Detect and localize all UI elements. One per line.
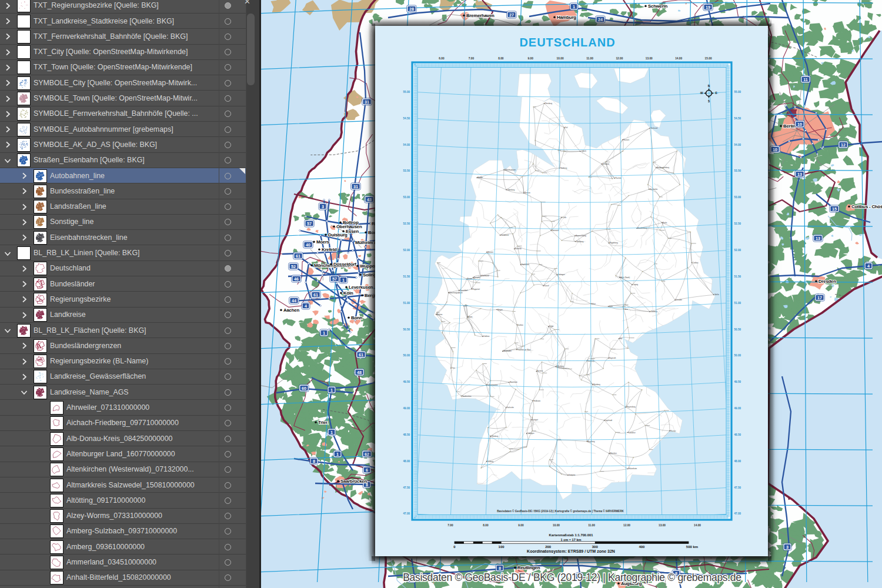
svg-text:54.00: 54.00 (734, 143, 741, 146)
svg-text:200: 200 (545, 545, 552, 549)
svg-text:49.00: 49.00 (734, 407, 741, 410)
svg-text:Heilbronn: Heilbronn (533, 400, 540, 402)
svg-text:Saarbrücken: Saarbrücken (462, 395, 472, 397)
svg-text:Offenburg: Offenburg (491, 435, 499, 437)
svg-text:Bottrop: Bottrop (343, 220, 359, 225)
svg-text:55.00: 55.00 (734, 91, 741, 93)
svg-text:Trier: Trier (318, 420, 328, 425)
svg-text:11.00: 11.00 (588, 524, 595, 527)
svg-text:1: 1 (330, 430, 333, 435)
svg-text:100: 100 (499, 545, 505, 549)
svg-text:7.00: 7.00 (469, 57, 475, 60)
svg-text:Moers: Moers (316, 239, 330, 245)
svg-text:Bayreuth: Bayreuth (609, 357, 616, 359)
svg-text:Berlin: Berlin (663, 222, 667, 224)
svg-text:500 km: 500 km (686, 545, 698, 549)
svg-text:9.00: 9.00 (518, 524, 524, 527)
svg-text:52.50: 52.50 (734, 222, 741, 225)
svg-text:Bremerhaven: Bremerhaven (466, 13, 495, 18)
svg-text:47.50: 47.50 (734, 486, 741, 489)
svg-text:W: W (700, 92, 703, 95)
svg-text:60: 60 (302, 386, 306, 391)
svg-text:Neubrandenburg: Neubrandenburg (657, 166, 669, 169)
svg-text:48.00: 48.00 (403, 460, 410, 463)
svg-text:17: 17 (817, 295, 822, 300)
svg-text:Leipzig: Leipzig (633, 283, 638, 286)
svg-text:52.50: 52.50 (403, 222, 410, 225)
svg-text:10.00: 10.00 (553, 524, 560, 527)
svg-text:Chemnitz: Chemnitz (650, 310, 657, 313)
svg-text:Kassel: Kassel (544, 285, 549, 287)
svg-text:47.50: 47.50 (403, 486, 410, 489)
svg-text:Göttingen: Göttingen (558, 273, 566, 276)
svg-text:4: 4 (305, 303, 307, 309)
svg-text:50.50: 50.50 (403, 328, 410, 331)
svg-text:3: 3 (786, 544, 789, 550)
svg-text:Schwerin: Schwerin (603, 163, 610, 165)
svg-text:Kartenmaßstab 1:1.700.001: Kartenmaßstab 1:1.700.001 (549, 533, 594, 537)
svg-text:Tübingen: Tübingen (527, 432, 534, 435)
svg-text:12: 12 (841, 142, 846, 148)
svg-text:51.00: 51.00 (403, 302, 410, 305)
svg-text:14.00: 14.00 (694, 524, 701, 527)
svg-text:Frankfurt am Main: Frankfurt am Main (517, 349, 531, 351)
svg-text:Regensburg: Regensburg (627, 406, 636, 408)
svg-text:Wuppertal: Wuppertal (472, 288, 480, 290)
svg-text:Basisdaten © GeoBasis-DE / BKG: Basisdaten © GeoBasis-DE / BKG (2019-12)… (497, 509, 624, 513)
svg-text:Münster: Münster (487, 251, 493, 253)
svg-text:Siegen: Siegen (497, 309, 503, 311)
svg-text:40: 40 (306, 242, 310, 248)
svg-text:48.50: 48.50 (734, 433, 741, 436)
svg-text:Bielefeld: Bielefeld (515, 248, 522, 250)
svg-text:6: 6 (366, 467, 368, 473)
svg-text:49.50: 49.50 (734, 380, 741, 383)
svg-text:Koordinatensystem: ETRS89 / UT: Koordinatensystem: ETRS89 / UTM zone 32N (527, 549, 615, 554)
svg-text:10: 10 (797, 122, 802, 127)
svg-text:47.00: 47.00 (403, 512, 410, 515)
svg-text:1: 1 (336, 452, 339, 457)
svg-text:400: 400 (639, 545, 645, 549)
svg-text:Passau: Passau (670, 430, 676, 432)
svg-text:Bochum: Bochum (474, 276, 480, 279)
svg-text:53.50: 53.50 (734, 169, 741, 172)
svg-text:9.00: 9.00 (528, 57, 534, 60)
svg-text:Krefeld: Krefeld (322, 247, 337, 252)
svg-text:Fulda: Fulda (549, 325, 553, 328)
svg-text:Bremen: Bremen (524, 192, 530, 194)
svg-text:61: 61 (313, 292, 318, 298)
svg-text:Aachen: Aachen (437, 313, 443, 316)
svg-text:Trier: Trier (452, 367, 455, 369)
svg-text:Hamburg: Hamburg (560, 167, 567, 169)
svg-text:48.00: 48.00 (734, 460, 741, 463)
svg-text:6.00: 6.00 (439, 57, 445, 60)
svg-text:Mannheim: Mannheim (510, 381, 518, 383)
svg-text:Freiburg: Freiburg (487, 460, 494, 463)
svg-text:Lübeck: Lübeck (581, 150, 587, 152)
svg-text:Essen: Essen (346, 229, 359, 234)
svg-text:Berlin: Berlin (783, 123, 796, 129)
svg-text:Wilhelmshaven: Wilhelmshaven (505, 169, 516, 171)
svg-text:Duisburg: Duisburg (328, 232, 348, 238)
svg-text:12.00: 12.00 (623, 524, 630, 527)
svg-text:Paderborn: Paderborn (522, 263, 530, 266)
svg-text:Dortmund: Dortmund (482, 275, 489, 277)
svg-text:49.00: 49.00 (403, 407, 410, 410)
svg-text:3: 3 (322, 204, 324, 209)
svg-text:Basisdaten © GeoBasis-DE / BKG: Basisdaten © GeoBasis-DE / BKG (2019-12)… (403, 572, 741, 583)
svg-text:Stralsund: Stralsund (650, 127, 657, 129)
svg-text:1: 1 (342, 278, 345, 283)
svg-text:Hof: Hof (620, 338, 623, 340)
svg-text:54.00: 54.00 (403, 143, 410, 146)
svg-text:Parchim: Parchim (616, 177, 622, 179)
svg-text:52.00: 52.00 (734, 249, 741, 252)
svg-text:DEUTSCHLAND: DEUTSCHLAND (519, 36, 615, 49)
svg-text:57: 57 (307, 221, 312, 226)
svg-text:Flensburg: Flensburg (545, 102, 553, 105)
svg-text:50.00: 50.00 (403, 354, 410, 357)
svg-text:Düsseldorf: Düsseldorf (333, 262, 356, 267)
svg-text:Jena: Jena (609, 305, 613, 308)
svg-text:13: 13 (816, 236, 820, 241)
svg-text:11.00: 11.00 (586, 57, 593, 60)
svg-text:Emden: Emden (477, 176, 483, 179)
svg-text:10.00: 10.00 (557, 57, 564, 60)
